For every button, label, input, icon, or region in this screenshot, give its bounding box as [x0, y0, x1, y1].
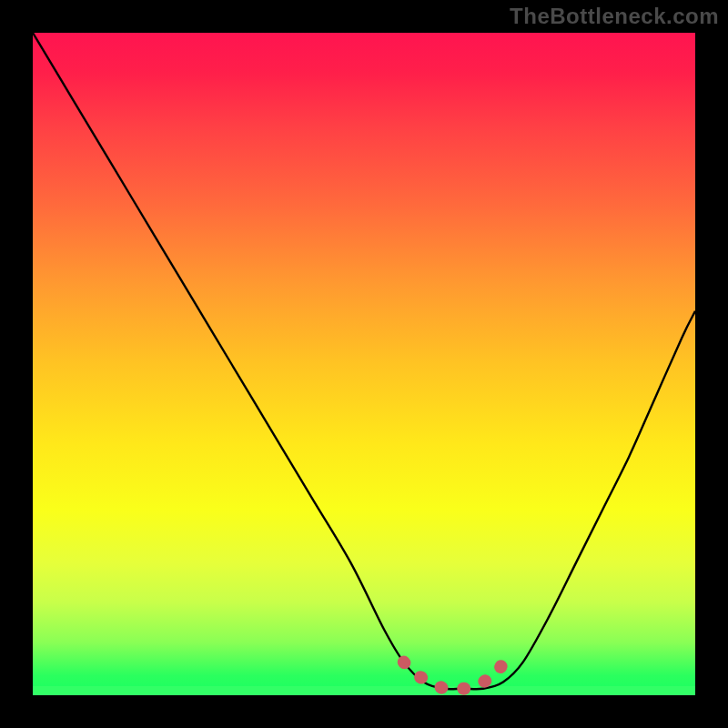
bottleneck-curve: [33, 33, 695, 689]
curve-layer: [33, 33, 695, 695]
trough-marker: [404, 662, 503, 689]
chart-frame: TheBottleneck.com: [0, 0, 728, 728]
watermark-text: TheBottleneck.com: [510, 4, 719, 29]
plot-area: [33, 33, 695, 695]
